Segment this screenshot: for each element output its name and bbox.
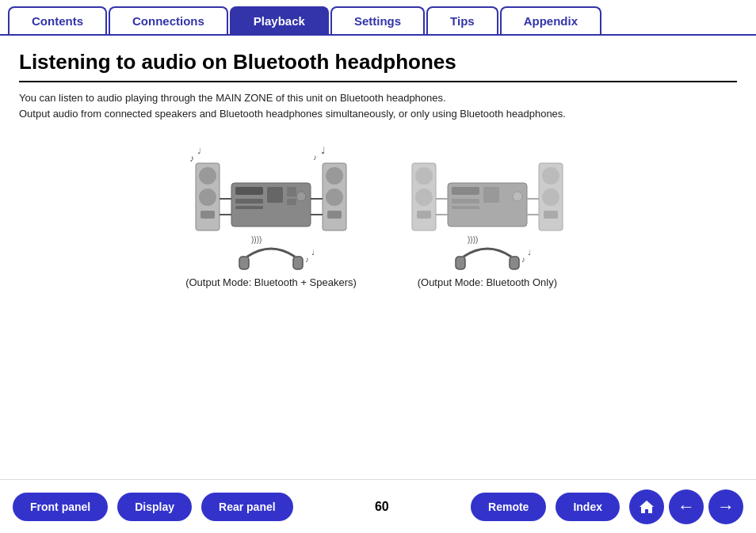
svg-rect-9 [287, 187, 296, 196]
page-title: Listening to audio on Bluetooth headphon… [19, 50, 737, 82]
svg-rect-39 [452, 206, 479, 209]
svg-rect-31 [415, 188, 433, 206]
svg-rect-26 [293, 257, 303, 269]
main-content: Listening to audio on Bluetooth headphon… [0, 36, 756, 296]
svg-text:♩: ♩ [321, 145, 326, 156]
svg-text:)))): )))) [468, 235, 478, 244]
svg-rect-38 [452, 199, 479, 204]
diagram-bluetooth-speakers: ♪ ♩ ♪ ♩ [185, 135, 357, 288]
top-navigation: Contents Connections Playback Settings T… [0, 0, 756, 36]
bottom-navigation: Front panel Display Rear panel 60 Remote… [0, 479, 756, 533]
svg-rect-10 [287, 199, 296, 205]
tab-settings[interactable]: Settings [330, 6, 425, 34]
tab-tips[interactable]: Tips [426, 6, 498, 34]
tab-appendix[interactable]: Appendix [500, 6, 601, 34]
svg-rect-34 [452, 187, 479, 195]
rear-panel-button[interactable]: Rear panel [201, 493, 293, 521]
description-line1: You can listen to audio playing through … [19, 92, 446, 104]
index-button[interactable]: Index [556, 493, 620, 521]
caption-left: (Output Mode: Bluetooth + Speakers) [185, 276, 357, 288]
tab-connections[interactable]: Connections [109, 6, 228, 34]
svg-rect-12 [235, 206, 263, 209]
diagram-right-svg: )))) ♪ ♩ [404, 135, 571, 270]
diagrams-container: ♪ ♩ ♪ ♩ [19, 135, 737, 288]
svg-text:)))): )))) [251, 235, 262, 244]
svg-point-40 [513, 192, 522, 201]
svg-rect-2 [199, 188, 216, 206]
nav-icon-buttons: ← → [629, 489, 743, 524]
diagram-left-svg: ♪ ♩ ♪ ♩ [188, 135, 354, 270]
description: You can listen to audio playing through … [19, 90, 737, 121]
home-button[interactable] [629, 489, 664, 524]
tab-contents[interactable]: Contents [8, 6, 107, 34]
svg-text:♩: ♩ [197, 147, 201, 155]
svg-rect-51 [510, 257, 519, 269]
description-line2: Output audio from connected speakers and… [19, 108, 566, 120]
svg-rect-1 [199, 167, 216, 185]
svg-rect-32 [417, 211, 431, 219]
forward-button[interactable]: → [708, 489, 743, 524]
page-number: 60 [309, 500, 455, 514]
svg-rect-8 [267, 187, 283, 203]
svg-rect-45 [542, 188, 559, 206]
svg-text:♪: ♪ [189, 153, 194, 164]
svg-rect-25 [239, 257, 249, 269]
svg-rect-35 [483, 187, 499, 203]
caption-right: (Output Mode: Bluetooth Only) [418, 276, 557, 288]
svg-rect-30 [415, 167, 433, 185]
svg-rect-50 [456, 257, 465, 269]
svg-text:♪: ♪ [313, 153, 317, 162]
svg-rect-19 [327, 211, 342, 219]
svg-rect-36 [503, 187, 513, 196]
display-button[interactable]: Display [117, 493, 192, 521]
svg-text:♩: ♩ [528, 249, 531, 257]
svg-rect-3 [200, 211, 215, 219]
svg-rect-18 [326, 188, 343, 206]
back-button[interactable]: ← [669, 489, 704, 524]
diagram-bluetooth-only: )))) ♪ ♩ (Output Mode: Bluetooth Only) [404, 135, 571, 288]
svg-text:♩: ♩ [311, 249, 315, 257]
svg-text:♪: ♪ [305, 255, 309, 264]
svg-rect-11 [235, 199, 263, 204]
svg-rect-44 [542, 167, 559, 185]
svg-point-13 [296, 192, 306, 201]
svg-rect-17 [326, 167, 343, 185]
front-panel-button[interactable]: Front panel [13, 493, 108, 521]
svg-rect-46 [544, 211, 558, 219]
svg-rect-37 [503, 199, 513, 205]
svg-rect-7 [235, 187, 263, 195]
remote-button[interactable]: Remote [471, 493, 546, 521]
tab-playback[interactable]: Playback [230, 6, 329, 34]
svg-text:♪: ♪ [521, 255, 525, 264]
